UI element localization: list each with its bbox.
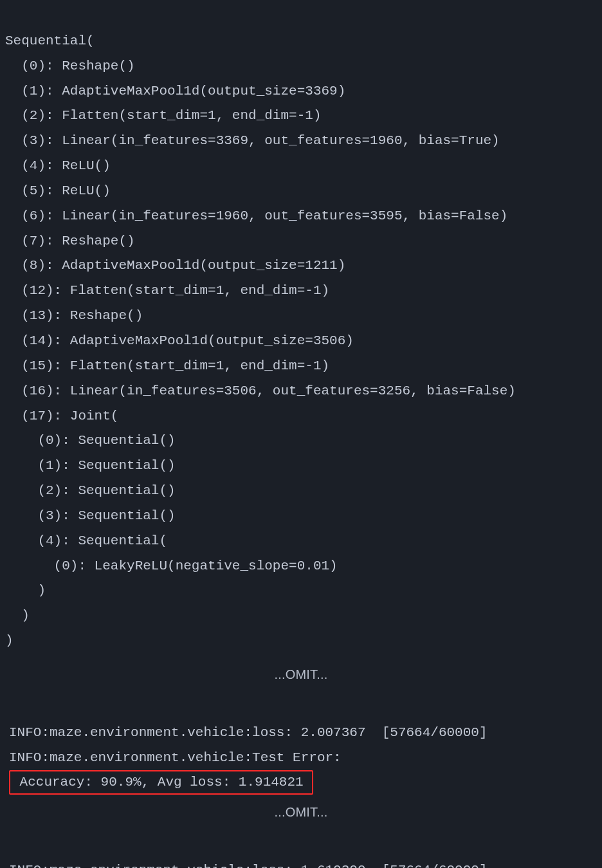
code-line: (0): Reshape() <box>5 59 135 73</box>
training-log-1: INFO:maze.environment.vehicle:loss: 2.00… <box>0 696 602 798</box>
code-line: (3): Sequential() <box>5 508 176 523</box>
code-line: (4): ReLU() <box>5 158 111 173</box>
training-log-2: INFO:maze.environment.vehicle:loss: 1.61… <box>0 833 602 868</box>
code-line: ) <box>5 608 30 623</box>
code-line: (8): AdaptiveMaxPool1d(output_size=1211) <box>5 258 345 273</box>
model-architecture-output: Sequential( (0): Reshape() (1): Adaptive… <box>0 0 602 660</box>
code-line: (5): ReLU() <box>5 183 111 198</box>
omit-marker: ...OMIT... <box>0 660 602 696</box>
code-line: ) <box>5 583 46 598</box>
code-line: (2): Sequential() <box>5 483 176 498</box>
code-line: (16): Linear(in_features=3506, out_featu… <box>5 383 516 398</box>
code-line: (2): Flatten(start_dim=1, end_dim=-1) <box>5 108 321 123</box>
code-line: (13): Reshape() <box>5 308 143 323</box>
code-line: Sequential( <box>5 33 95 48</box>
code-line: (0): Sequential() <box>5 433 176 448</box>
omit-marker: ...OMIT... <box>0 798 602 833</box>
code-line: (15): Flatten(start_dim=1, end_dim=-1) <box>5 358 329 373</box>
code-line: (17): Joint( <box>5 409 118 423</box>
code-line: (1): AdaptiveMaxPool1d(output_size=3369) <box>5 84 345 98</box>
code-line: (0): LeakyReLU(negative_slope=0.01) <box>5 559 338 573</box>
loss-line: INFO:maze.environment.vehicle:loss: 2.00… <box>9 725 488 740</box>
code-line: (12): Flatten(start_dim=1, end_dim=-1) <box>5 283 329 298</box>
accuracy-highlight: Accuracy: 90.9%, Avg loss: 1.914821 <box>9 770 313 795</box>
code-line: (14): AdaptiveMaxPool1d(output_size=3506… <box>5 333 354 348</box>
code-line: (4): Sequential( <box>5 533 167 548</box>
code-line: (6): Linear(in_features=1960, out_featur… <box>5 208 507 223</box>
code-line: (7): Reshape() <box>5 234 135 248</box>
code-line: ) <box>5 633 14 648</box>
code-line: (3): Linear(in_features=3369, out_featur… <box>5 133 500 148</box>
loss-line: INFO:maze.environment.vehicle:loss: 1.61… <box>9 863 488 868</box>
code-line: (1): Sequential() <box>5 458 176 473</box>
test-error-header: INFO:maze.environment.vehicle:Test Error… <box>9 750 349 765</box>
